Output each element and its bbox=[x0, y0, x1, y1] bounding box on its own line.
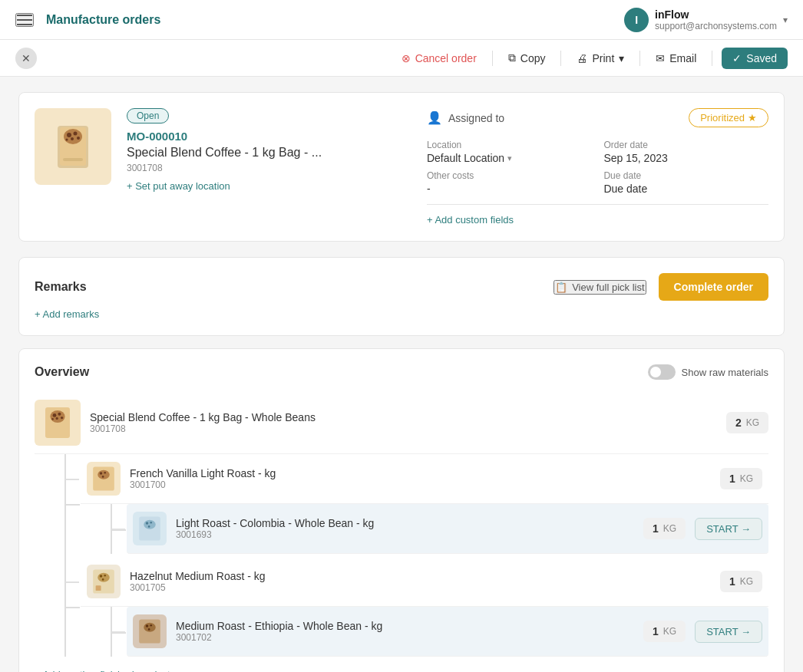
svg-point-30 bbox=[102, 578, 104, 581]
svg-point-15 bbox=[61, 417, 63, 419]
order-number: MO-000010 bbox=[127, 130, 411, 143]
order-card: Open MO-000010 Special Blend Coffee - 1 … bbox=[18, 92, 785, 242]
remarks-title: Remarks bbox=[35, 280, 87, 294]
print-button[interactable]: 🖨 Print ▾ bbox=[570, 49, 630, 68]
list-icon: 📋 bbox=[555, 282, 567, 293]
svg-point-25 bbox=[148, 525, 150, 528]
divider bbox=[427, 204, 768, 205]
sub-child-1-group: Light Roast - Colombia - Whole Bean - kg… bbox=[111, 504, 768, 554]
user-info: inFlow support@archonsystems.com bbox=[655, 8, 777, 31]
close-button[interactable]: ✕ bbox=[15, 48, 37, 69]
sub-child-2-start-button[interactable]: START → bbox=[695, 621, 762, 643]
add-finished-product-button[interactable]: + Add another finished product bbox=[35, 669, 768, 672]
child-1-group: French Vanilla Light Roast - kg 3001700 … bbox=[65, 454, 768, 554]
child-1-sku: 3001700 bbox=[130, 479, 425, 490]
person-icon: 👤 bbox=[427, 110, 442, 125]
saved-button[interactable]: ✓ Saved bbox=[722, 48, 788, 69]
tree-root-item: Special Blend Coffee - 1 kg Bag - Whole … bbox=[35, 392, 768, 454]
product-name: Special Blend Coffee - 1 kg Bag - ... bbox=[127, 146, 411, 160]
assigned-row: 👤 Assigned to Prioritized ★ bbox=[427, 108, 768, 127]
check-icon: ✓ bbox=[732, 52, 742, 64]
svg-point-11 bbox=[53, 413, 57, 417]
remarks-header: Remarks 📋 View full pick list Complete o… bbox=[35, 273, 768, 301]
svg-point-10 bbox=[50, 410, 64, 423]
avatar: I bbox=[624, 8, 649, 32]
child-1-name: French Vanilla Light Roast - kg bbox=[130, 467, 425, 479]
divider bbox=[560, 51, 561, 66]
sub-child-1-start-button[interactable]: START → bbox=[695, 518, 762, 540]
add-remarks-button[interactable]: + Add remarks bbox=[35, 308, 768, 320]
svg-point-34 bbox=[146, 624, 148, 627]
hamburger-menu[interactable] bbox=[15, 13, 34, 27]
child-1-info: French Vanilla Light Roast - kg 3001700 bbox=[130, 467, 425, 490]
sub-child-2-item: Medium Roast - Ethiopia - Whole Bean - k… bbox=[127, 607, 768, 657]
root-item-sku: 3001708 bbox=[90, 423, 408, 434]
divider bbox=[712, 51, 712, 66]
add-custom-fields[interactable]: + Add custom fields bbox=[427, 214, 768, 226]
toggle-label: Show raw materials bbox=[682, 367, 768, 378]
action-bar: ✕ ⊗ Cancel order ⧉ Copy 🖨 Print ▾ ✉ Emai… bbox=[0, 40, 803, 77]
location-value[interactable]: Default Location ▾ bbox=[427, 152, 592, 164]
sub-child-2-thumb bbox=[133, 614, 167, 648]
main-content: Open MO-000010 Special Blend Coffee - 1 … bbox=[0, 77, 803, 672]
copy-button[interactable]: ⧉ Copy bbox=[502, 48, 552, 68]
action-bar-left: ✕ bbox=[15, 48, 37, 69]
view-pick-list-button[interactable]: 📋 View full pick list bbox=[554, 280, 646, 295]
overview-header: Overview Show raw materials bbox=[35, 364, 768, 380]
svg-point-18 bbox=[100, 472, 102, 474]
complete-order-button[interactable]: Complete order bbox=[659, 273, 768, 301]
child-1-qty: 1 KG bbox=[720, 468, 762, 489]
overview-title: Overview bbox=[35, 365, 89, 379]
root-item-name: Special Blend Coffee - 1 kg Bag - Whole … bbox=[90, 411, 408, 423]
svg-point-35 bbox=[150, 624, 152, 627]
svg-point-3 bbox=[67, 133, 71, 137]
child-1-thumb bbox=[87, 462, 121, 496]
svg-point-7 bbox=[77, 137, 80, 140]
product-image bbox=[35, 108, 111, 185]
child-2-item: Hazelnut Medium Roast - kg 3001705 1 KG bbox=[81, 557, 768, 607]
divider bbox=[492, 51, 493, 66]
meta-grid: Location Default Location ▾ Order date S… bbox=[427, 140, 768, 195]
sub-child-1-thumb bbox=[133, 512, 167, 545]
set-put-away-location[interactable]: + Set put away location bbox=[127, 180, 230, 192]
cancel-order-button[interactable]: ⊗ Cancel order bbox=[395, 49, 483, 68]
svg-point-36 bbox=[148, 628, 150, 631]
svg-point-28 bbox=[100, 575, 102, 577]
remarks-actions: 📋 View full pick list Complete order bbox=[554, 273, 768, 301]
copy-icon: ⧉ bbox=[508, 51, 516, 64]
toggle-row: Show raw materials bbox=[648, 364, 768, 380]
root-qty-badge: 2 KG bbox=[726, 412, 768, 433]
svg-point-24 bbox=[150, 522, 152, 524]
chevron-down-icon[interactable]: ▾ bbox=[783, 15, 788, 25]
sub-child-2-group: Medium Roast - Ethiopia - Whole Bean - k… bbox=[111, 607, 768, 657]
divider bbox=[639, 51, 640, 66]
sub-child-2-info: Medium Roast - Ethiopia - Whole Bean - k… bbox=[176, 620, 410, 643]
sub-child-1-qty: 1 KG bbox=[643, 518, 686, 539]
top-nav: Manufacture orders I inFlow support@arch… bbox=[0, 0, 803, 40]
overview-section: Overview Show raw materials bbox=[18, 348, 785, 672]
tree-container: Special Blend Coffee - 1 kg Bag - Whole … bbox=[35, 392, 768, 672]
svg-point-4 bbox=[74, 132, 78, 136]
product-sku: 3001708 bbox=[127, 163, 411, 173]
svg-point-27 bbox=[97, 573, 110, 582]
svg-point-23 bbox=[146, 522, 148, 524]
sub-child-2: Medium Roast - Ethiopia - Whole Bean - k… bbox=[111, 607, 768, 657]
raw-materials-toggle[interactable] bbox=[648, 364, 676, 380]
children-group: French Vanilla Light Roast - kg 3001700 … bbox=[65, 454, 768, 657]
chevron-icon: ▾ bbox=[507, 153, 512, 163]
star-icon: ★ bbox=[748, 112, 757, 124]
prioritized-badge[interactable]: Prioritized ★ bbox=[689, 108, 768, 127]
svg-point-20 bbox=[102, 476, 104, 478]
root-item-thumb bbox=[35, 400, 81, 446]
svg-point-17 bbox=[97, 470, 110, 479]
svg-point-29 bbox=[104, 575, 106, 577]
svg-point-19 bbox=[104, 472, 106, 474]
sub-child-1-info: Light Roast - Colombia - Whole Bean - kg… bbox=[176, 517, 410, 540]
user-email: support@archonsystems.com bbox=[655, 21, 777, 31]
sub-child-1-name: Light Roast - Colombia - Whole Bean - kg bbox=[176, 517, 410, 529]
app-title: Manufacture orders bbox=[46, 13, 160, 27]
root-item-info: Special Blend Coffee - 1 kg Bag - Whole … bbox=[90, 411, 408, 434]
child-2-thumb bbox=[87, 565, 121, 598]
email-button[interactable]: ✉ Email bbox=[649, 49, 702, 68]
print-icon: 🖨 bbox=[577, 52, 587, 64]
